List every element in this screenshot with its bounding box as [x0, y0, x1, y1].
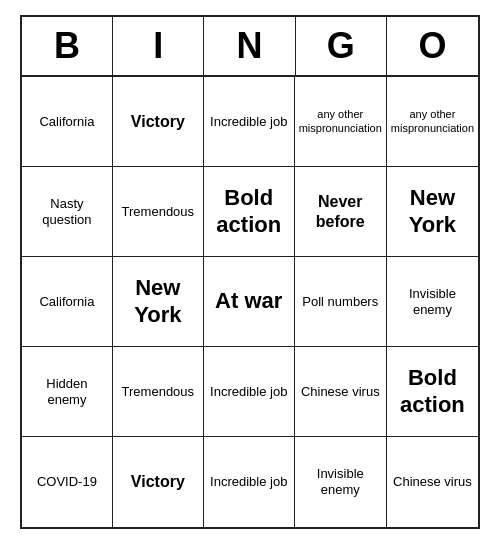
bingo-cell: Victory — [113, 77, 204, 167]
bingo-cell: Tremendous — [113, 347, 204, 437]
bingo-cell: Invisible enemy — [295, 437, 387, 527]
bingo-cell: Invisible enemy — [387, 257, 478, 347]
header-letter: B — [22, 17, 113, 75]
bingo-cell: Incredible job — [204, 77, 295, 167]
header-letter: I — [113, 17, 204, 75]
bingo-cell: any other mispronunciation — [295, 77, 387, 167]
bingo-cell: California — [22, 257, 113, 347]
bingo-cell: Incredible job — [204, 347, 295, 437]
bingo-cell: At war — [204, 257, 295, 347]
bingo-cell: Victory — [113, 437, 204, 527]
bingo-card: BINGO CaliforniaVictoryIncredible jobany… — [20, 15, 480, 529]
header-letter: N — [204, 17, 295, 75]
bingo-cell: Bold action — [204, 167, 295, 257]
bingo-cell: COVID-19 — [22, 437, 113, 527]
bingo-cell: Poll numbers — [295, 257, 387, 347]
bingo-cell: Nasty question — [22, 167, 113, 257]
header-letter: O — [387, 17, 478, 75]
bingo-cell: Chinese virus — [387, 437, 478, 527]
bingo-cell: any other mispronunciation — [387, 77, 478, 167]
bingo-header: BINGO — [22, 17, 478, 77]
header-letter: G — [296, 17, 387, 75]
bingo-cell: New York — [113, 257, 204, 347]
bingo-cell: Bold action — [387, 347, 478, 437]
bingo-grid: CaliforniaVictoryIncredible jobany other… — [22, 77, 478, 527]
bingo-cell: California — [22, 77, 113, 167]
bingo-cell: New York — [387, 167, 478, 257]
bingo-cell: Incredible job — [204, 437, 295, 527]
bingo-cell: Chinese virus — [295, 347, 387, 437]
bingo-cell: Hidden enemy — [22, 347, 113, 437]
bingo-cell: Never before — [295, 167, 387, 257]
bingo-cell: Tremendous — [113, 167, 204, 257]
